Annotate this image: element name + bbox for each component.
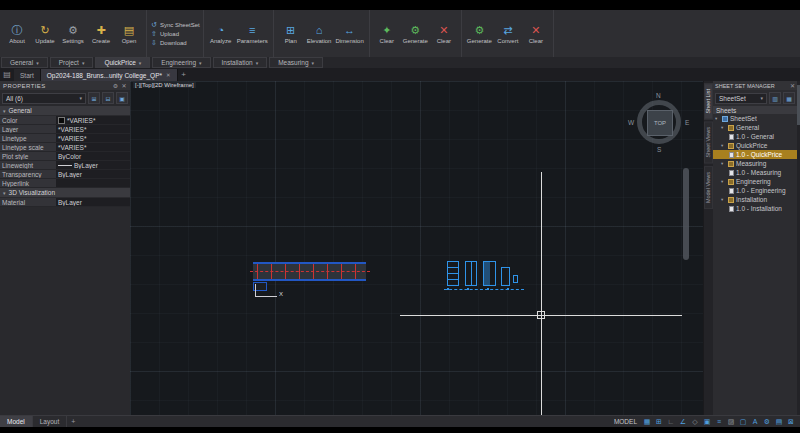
tree-item-general[interactable]: ▾ General bbox=[713, 123, 797, 132]
viewcube-top-face[interactable]: TOP bbox=[647, 110, 673, 136]
tree-item-sheet-engineering[interactable]: 1.0 - Engineering bbox=[713, 186, 797, 195]
about-button[interactable]: ⓘ About bbox=[3, 12, 31, 55]
property-row-transparency[interactable]: Transparency ByLayer bbox=[0, 170, 130, 179]
customization-icon[interactable]: ▤ bbox=[773, 417, 785, 427]
tab-sheet-views[interactable]: Sheet Views bbox=[704, 121, 713, 163]
tab-model-views[interactable]: Model Views bbox=[704, 166, 713, 209]
compass-west-label[interactable]: W bbox=[628, 119, 634, 126]
parameters-button[interactable]: ≡ Parameters bbox=[235, 12, 270, 55]
lineweight-icon[interactable]: ≡ bbox=[713, 417, 725, 427]
sync-sheetset-button[interactable]: ↺ Sync SheetSet bbox=[150, 21, 200, 29]
expander-icon[interactable]: ▾ bbox=[721, 179, 726, 184]
panel-tab-engineering[interactable]: Engineering ▾ bbox=[152, 57, 210, 68]
layout-tab[interactable]: Layout bbox=[33, 416, 68, 427]
property-value[interactable] bbox=[56, 179, 130, 187]
property-value[interactable]: ByColor bbox=[56, 152, 130, 160]
tree-item-measuring[interactable]: ▾ Measuring bbox=[713, 159, 797, 168]
property-value[interactable]: ByLayer bbox=[56, 170, 130, 178]
open-button[interactable]: ▤ Open bbox=[115, 12, 143, 55]
property-value[interactable]: *VARIES* bbox=[56, 134, 130, 142]
expander-icon[interactable]: ▾ bbox=[715, 116, 720, 121]
tree-item-sheetset[interactable]: ▾ SheetSet bbox=[713, 114, 797, 123]
close-icon[interactable]: ✕ bbox=[122, 82, 127, 89]
property-value[interactable]: *VARIES* bbox=[56, 116, 130, 124]
section-3d-visualization[interactable]: ▾ 3D Visualization bbox=[0, 188, 130, 198]
ortho-icon[interactable]: ∟ bbox=[665, 417, 677, 427]
plan-button[interactable]: ⊞ Plan bbox=[277, 12, 305, 55]
create-button[interactable]: ✚ Create bbox=[87, 12, 115, 55]
file-tab-menu-icon[interactable]: ▤ bbox=[0, 70, 14, 79]
generate-button-2[interactable]: ⚙ Generate bbox=[465, 12, 494, 55]
elevation-button[interactable]: ⌂ Elevation bbox=[305, 12, 334, 55]
property-value[interactable]: *VARIES* bbox=[56, 143, 130, 151]
panel-tab-quickprice[interactable]: QuickPrice ▾ bbox=[95, 57, 150, 68]
cad-object-cabinet-group[interactable] bbox=[447, 258, 527, 294]
sheetset-dropdown[interactable]: SheetSet ▾ bbox=[715, 93, 767, 104]
convert-button[interactable]: ⇄ Convert bbox=[494, 12, 522, 55]
close-icon[interactable]: ✕ bbox=[790, 82, 795, 89]
panel-tab-general[interactable]: General ▾ bbox=[1, 57, 48, 68]
quick-select-button[interactable]: ▣ bbox=[116, 92, 128, 104]
tree-item-engineering[interactable]: ▾ Engineering bbox=[713, 177, 797, 186]
tab-sheet-list[interactable]: Sheet List bbox=[704, 83, 713, 119]
gear-icon[interactable]: ⚙ bbox=[113, 82, 119, 89]
drawing-canvas[interactable]: [-][Top][2D Wireframe] N S W E TOP bbox=[130, 81, 703, 415]
compass-south-label[interactable]: S bbox=[657, 146, 661, 153]
property-row-lineweight[interactable]: Lineweight ByLayer bbox=[0, 161, 130, 170]
tree-item-sheet-measuring[interactable]: 1.0 - Measuring bbox=[713, 168, 797, 177]
model-tab[interactable]: Model bbox=[0, 416, 33, 427]
new-layout-button[interactable]: + bbox=[67, 418, 79, 425]
select-objects-button[interactable]: ⊟ bbox=[102, 92, 114, 104]
tree-item-sheet-quickprice[interactable]: 1.0 - QuickPrice bbox=[713, 150, 797, 159]
property-value[interactable]: *VARIES* bbox=[56, 125, 130, 133]
clear-button-3[interactable]: ✕ Clear bbox=[522, 12, 550, 55]
clear-button-2[interactable]: ✕ Clear bbox=[430, 12, 458, 55]
update-button[interactable]: ↻ Update bbox=[31, 12, 59, 55]
isodraft-icon[interactable]: ◇ bbox=[689, 417, 701, 427]
tree-item-sheet-installation[interactable]: 1.0 - Installation bbox=[713, 204, 797, 213]
expander-icon[interactable]: ▾ bbox=[721, 143, 726, 148]
clear-button-1[interactable]: ✦ Clear bbox=[373, 12, 401, 55]
ssm-tool-button-1[interactable]: ▥ bbox=[769, 92, 781, 104]
grid-icon[interactable]: ▦ bbox=[641, 417, 653, 427]
expander-icon[interactable]: ▾ bbox=[721, 125, 726, 130]
settings-button[interactable]: ⚙ Settings bbox=[59, 12, 87, 55]
model-space-indicator[interactable]: MODEL bbox=[614, 418, 637, 425]
property-row-linetype[interactable]: Linetype *VARIES* bbox=[0, 134, 130, 143]
compass-east-label[interactable]: E bbox=[685, 119, 689, 126]
compass-north-label[interactable]: N bbox=[656, 92, 661, 99]
new-tab-button[interactable]: + bbox=[178, 70, 190, 79]
property-value[interactable]: ByLayer bbox=[56, 198, 130, 206]
selection-cycling-icon[interactable]: ▢ bbox=[737, 417, 749, 427]
property-row-material[interactable]: Material ByLayer bbox=[0, 198, 130, 207]
tree-item-sheet-general[interactable]: 1.0 - General bbox=[713, 132, 797, 141]
workspace-gear-icon[interactable]: ⚙ bbox=[761, 417, 773, 427]
snap-icon[interactable]: ⊞ bbox=[653, 417, 665, 427]
viewport-controls[interactable]: [-][Top][2D Wireframe] bbox=[133, 82, 196, 88]
navigation-bar[interactable] bbox=[683, 168, 689, 260]
file-tab-drawing[interactable]: Op2024-188_Bruns...unity College_QP* ✕ bbox=[41, 69, 178, 81]
expander-icon[interactable]: ▾ bbox=[721, 161, 726, 166]
panel-tab-project[interactable]: Project ▾ bbox=[50, 57, 94, 68]
viewcube[interactable]: N S W E TOP bbox=[630, 93, 690, 153]
analyze-button[interactable]: ◔ Analyze bbox=[207, 12, 235, 55]
property-row-plot-style[interactable]: Plot style ByColor bbox=[0, 152, 130, 161]
clean-screen-icon[interactable]: ⊠ bbox=[785, 417, 797, 427]
upload-button[interactable]: ⇧ Upload bbox=[150, 30, 200, 38]
panel-tab-measuring[interactable]: Measuring ▾ bbox=[269, 57, 323, 68]
selection-filter-dropdown[interactable]: All (6) ▾ bbox=[2, 93, 86, 104]
property-row-layer[interactable]: Layer *VARIES* bbox=[0, 125, 130, 134]
property-value[interactable]: ByLayer bbox=[56, 161, 130, 169]
tree-item-installation[interactable]: ▾ Installation bbox=[713, 195, 797, 204]
property-row-hyperlink[interactable]: Hyperlink bbox=[0, 179, 130, 188]
generate-button-1[interactable]: ⚙ Generate bbox=[401, 12, 430, 55]
section-general[interactable]: ▾ General bbox=[0, 106, 130, 116]
transparency-icon[interactable]: ▨ bbox=[725, 417, 737, 427]
download-button[interactable]: ⇩ Download bbox=[150, 39, 200, 47]
object-snap-icon[interactable]: ▣ bbox=[701, 417, 713, 427]
property-row-color[interactable]: Color *VARIES* bbox=[0, 116, 130, 125]
annotation-visibility-icon[interactable]: A bbox=[749, 417, 761, 427]
polar-tracking-icon[interactable]: ∠ bbox=[677, 417, 689, 427]
close-icon[interactable]: ✕ bbox=[166, 72, 171, 78]
file-tab-start[interactable]: Start bbox=[14, 69, 41, 81]
